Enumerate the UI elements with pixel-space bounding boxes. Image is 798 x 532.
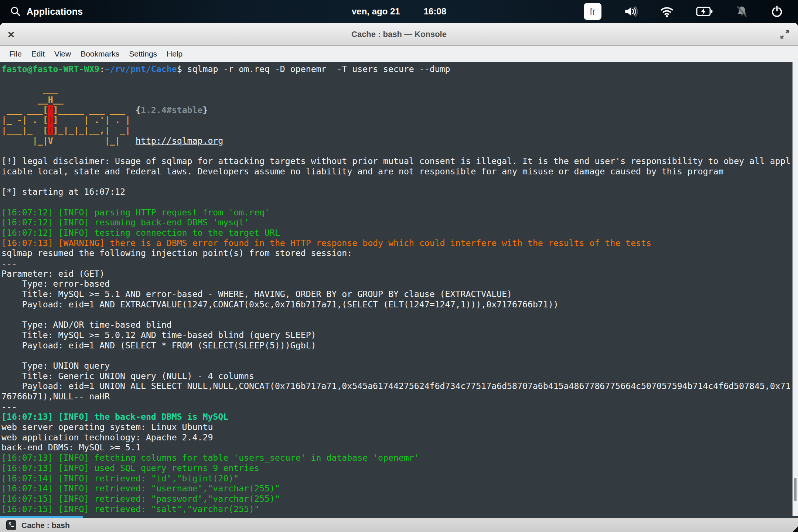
terminal-line [1, 177, 792, 187]
window-titlebar[interactable]: × Cache : bash — Konsole [0, 23, 798, 46]
terminal-line: [16:07:13] [INFO] fetching columns for t… [1, 453, 792, 463]
wifi-icon[interactable] [660, 5, 674, 18]
terminal-line: --- [1, 258, 792, 269]
terminal-scrollbar[interactable] [792, 62, 798, 516]
terminal-line: ___ ___[']_____ ___ ___ {1.2.4#stable} [1, 105, 792, 115]
menu-bookmarks[interactable]: Bookmarks [76, 46, 124, 62]
terminal-line: ___ [1, 84, 792, 95]
window-title: Cache : bash — Konsole [0, 30, 798, 39]
terminal-line: Type: UNION query [1, 361, 792, 371]
menu-view[interactable]: View [50, 46, 76, 62]
battery-charging-icon[interactable] [696, 6, 713, 17]
terminal-line [1, 74, 792, 85]
menu-edit[interactable]: Edit [27, 46, 50, 62]
applications-menu[interactable]: Applications [0, 6, 83, 17]
menu-file[interactable]: File [4, 46, 27, 62]
terminal-line: [16:07:14] [INFO] retrieved: "username",… [1, 483, 792, 494]
terminal-line [1, 146, 792, 156]
window-maximize-button[interactable] [771, 23, 798, 46]
scrollbar-thumb[interactable] [794, 478, 797, 501]
notifications-muted-icon[interactable] [735, 5, 748, 18]
terminal-line: |_|V |_| http://sqlmap.org [1, 136, 792, 146]
panel-time: 16:08 [424, 6, 446, 17]
terminal-line: sqlmap resumed the following injection p… [1, 248, 792, 258]
volume-icon[interactable] [624, 5, 638, 18]
terminal-line: Payload: eid=1 AND EXTRACTVALUE(1247,CON… [1, 299, 792, 310]
terminal-line: back-end DBMS: MySQL >= 5.1 [1, 442, 792, 453]
search-icon [10, 6, 21, 17]
terminal-line: Payload: eid=1 UNION ALL SELECT NULL,NUL… [1, 381, 792, 391]
terminal-line [1, 197, 792, 207]
maximize-icon [779, 28, 791, 40]
terminal-line: [16:07:15] [INFO] retrieved: "password",… [1, 494, 792, 504]
terminal-line: __H__ [1, 95, 792, 105]
terminal-output[interactable]: fasto@fasto-WRT-WX9:~/rv/pnt/Cache$ sqlm… [0, 62, 792, 516]
keyboard-layout-indicator[interactable]: fr [584, 3, 601, 20]
terminal-line: Payload: eid=1 AND (SELECT * FROM (SELEC… [1, 340, 792, 351]
tab-cache-bash[interactable]: $ Cache : bash [0, 518, 70, 532]
terminal-line: [16:07:12] [INFO] resuming back-end DBMS… [1, 217, 792, 228]
tab-label: Cache : bash [21, 521, 70, 530]
terminal-line: 76766b71),NULL-- naHR [1, 391, 792, 402]
system-panel: Applications ven, ago 21 16:08 fr [0, 0, 798, 23]
tabbar: $ Cache : bash [0, 518, 798, 532]
terminal-line: [16:07:14] [INFO] retrieved: "id","bigin… [1, 473, 792, 484]
terminal-tab-icon: $ [6, 520, 16, 530]
terminal-line [1, 310, 792, 320]
konsole-window: × Cache : bash — Konsole File Edit View … [0, 23, 798, 532]
menu-help[interactable]: Help [162, 46, 187, 62]
terminal-line: icable local, state and federal laws. De… [1, 166, 792, 177]
terminal-line: Title: Generic UNION query (NULL) - 4 co… [1, 371, 792, 381]
terminal-line: [16:07:12] [INFO] testing connection to … [1, 228, 792, 238]
terminal-line: [16:07:13] [INFO] the back-end DBMS is M… [1, 412, 792, 422]
terminal-line: Type: error-based [1, 279, 792, 289]
terminal-line: [16:07:13] [INFO] used SQL query returns… [1, 463, 792, 473]
terminal-line: [*] starting at 16:07:12 [1, 187, 792, 197]
terminal-line: [!] legal disclaimer: Usage of sqlmap fo… [1, 156, 792, 166]
terminal-line: --- [1, 402, 792, 412]
terminal-line: web application technology: Apache 2.4.2… [1, 432, 792, 443]
terminal-line: fasto@fasto-WRT-WX9:~/rv/pnt/Cache$ sqlm… [1, 64, 792, 74]
terminal-line: [16:07:15] [INFO] retrieved: "salt","var… [1, 504, 792, 514]
applications-label: Applications [27, 6, 83, 17]
terminal-line [1, 350, 792, 361]
terminal-line: |___|_ [(]_|_|_|__,| _| [1, 125, 792, 136]
terminal-line: Title: MySQL >= 5.0.12 AND time-based bl… [1, 330, 792, 340]
terminal-line: Type: AND/OR time-based blind [1, 320, 792, 330]
terminal-line: [16:07:13] [WARNING] there is a DBMS err… [1, 238, 792, 248]
power-icon[interactable] [771, 5, 783, 18]
terminal-line: Parameter: eid (GET) [1, 269, 792, 279]
terminal-line: [16:07:12] [INFO] parsing HTTP request f… [1, 207, 792, 218]
menu-settings[interactable]: Settings [124, 46, 162, 62]
panel-date: ven, ago 21 [352, 6, 400, 17]
panel-tray: fr [584, 3, 798, 20]
keyboard-layout-label: fr [590, 6, 595, 17]
menubar: File Edit View Bookmarks Settings Help [0, 46, 798, 62]
terminal-line: Title: MySQL >= 5.1 AND error-based - WH… [1, 289, 792, 299]
resize-grip[interactable] [792, 526, 798, 532]
terminal-line: |_ -| . [)] | .'| . | [1, 115, 792, 125]
terminal-line: web server operating system: Linux Ubunt… [1, 422, 792, 432]
